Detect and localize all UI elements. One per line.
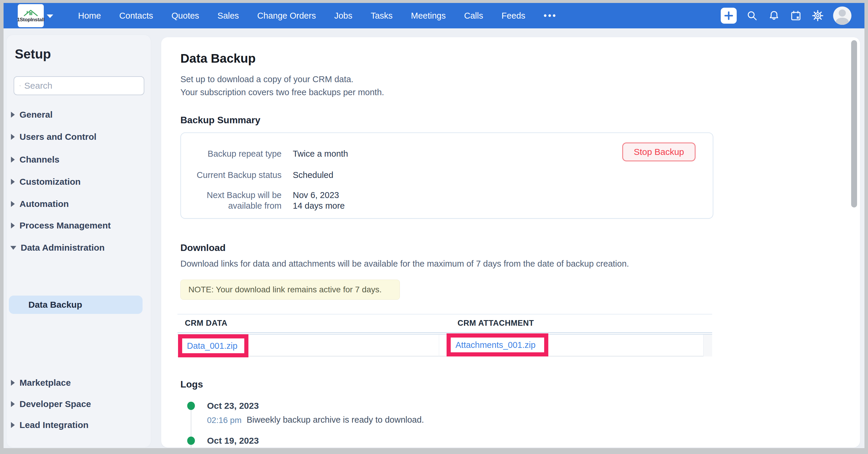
search-icon [746, 9, 758, 22]
sidebar-title: Setup [15, 47, 51, 62]
table-cell-divider [439, 334, 439, 356]
nav-item-tasks[interactable]: Tasks [371, 11, 393, 21]
chevron-right-icon [11, 223, 15, 228]
plus-icon [724, 11, 734, 21]
brand-caret-down-icon[interactable] [47, 14, 53, 18]
table-top-rule [178, 314, 712, 315]
chevron-down-icon [10, 246, 16, 250]
table-header-crm-attachment: CRM ATTACHMENT [458, 319, 534, 328]
nav-item-home[interactable]: Home [78, 11, 101, 21]
search-icon [20, 81, 21, 90]
crm-attachment-zip-link[interactable]: Attachments_001.zip [456, 340, 535, 350]
nav-overflow-button[interactable]: ••• [544, 11, 557, 21]
avatar-body-shape [836, 18, 849, 25]
table-header-crm-data: CRM DATA [185, 319, 227, 328]
chevron-right-icon [11, 401, 15, 407]
table-header-separator [178, 332, 712, 334]
notifications-button[interactable] [768, 9, 780, 22]
summary-value-repeat-type: Twice a month [293, 149, 348, 159]
crm-data-zip-link[interactable]: Data_001.zip [187, 341, 238, 351]
search-button[interactable] [746, 9, 758, 22]
download-note: NOTE: Your download link remains active … [180, 280, 400, 300]
topbar-actions [721, 3, 851, 28]
summary-label-next-backup: Next Backup will be available from [193, 190, 282, 211]
page-title: Data Backup [180, 52, 255, 66]
chevron-right-icon [11, 179, 15, 185]
log-entry-date: Oct 23, 2023 [207, 401, 259, 411]
page-subtitle-1: Set up to download a copy of your CRM da… [180, 74, 353, 84]
sidebar-item-developer-space[interactable]: Developer Space [6, 397, 148, 411]
avatar-head-shape [839, 9, 846, 17]
create-button[interactable] [721, 8, 737, 24]
summary-label-current-status: Current Backup status [189, 170, 282, 180]
nav-item-sales[interactable]: Sales [217, 11, 239, 21]
download-heading: Download [180, 242, 226, 253]
sidebar-item-users-and-control[interactable]: Users and Control [6, 130, 148, 143]
gear-icon [811, 9, 824, 22]
sidebar-item-data-backup-selected[interactable]: Data Backup [9, 296, 143, 314]
primary-nav: Home Contacts Quotes Sales Change Orders… [78, 3, 557, 28]
timeline-dot [187, 402, 195, 410]
search-input[interactable] [24, 81, 138, 91]
bell-icon [768, 9, 780, 22]
top-navigation-bar: 1StopInstall Home Contacts Quotes Sales … [4, 3, 864, 28]
brand-logo[interactable]: 1StopInstall [18, 4, 44, 27]
nav-item-contacts[interactable]: Contacts [119, 11, 153, 21]
sidebar-search [13, 76, 144, 95]
main-content-card [161, 37, 860, 448]
chevron-right-icon [11, 201, 15, 207]
log-entry-date: Oct 19, 2023 [207, 436, 259, 446]
nav-item-jobs[interactable]: Jobs [334, 11, 352, 21]
chevron-right-icon [11, 422, 15, 428]
brand-name: 1StopInstall [17, 17, 45, 23]
app-window: 1StopInstall Home Contacts Quotes Sales … [4, 3, 864, 448]
settings-button[interactable] [811, 9, 824, 22]
chevron-right-icon [11, 157, 15, 163]
sidebar-item-lead-integration[interactable]: Lead Integration [6, 419, 148, 431]
timeline-dot [187, 436, 195, 445]
calendar-button[interactable] [789, 9, 802, 22]
sidebar-item-data-administration[interactable]: Data Administration [6, 241, 148, 254]
sidebar-item-marketplace[interactable]: Marketplace [6, 376, 148, 389]
sidebar-item-automation[interactable]: Automation [6, 197, 148, 210]
scrollbar-thumb[interactable] [851, 40, 857, 207]
chevron-right-icon [11, 112, 15, 118]
chevron-right-icon [11, 134, 15, 140]
nav-item-meetings[interactable]: Meetings [411, 11, 446, 21]
summary-value-next-backup-days: 14 days more [293, 200, 345, 211]
sidebar-item-general[interactable]: General [6, 108, 148, 121]
nav-item-change-orders[interactable]: Change Orders [257, 11, 316, 21]
stop-backup-button[interactable]: Stop Backup [622, 142, 695, 161]
highlight-box-crm-data: Data_001.zip [178, 334, 248, 357]
nav-item-quotes[interactable]: Quotes [172, 11, 199, 21]
house-roof-icon [23, 8, 39, 16]
summary-value-next-backup-date: Nov 6, 2023 [293, 190, 339, 200]
download-description: Download links for data and attachments … [180, 259, 629, 269]
summary-value-current-status: Scheduled [293, 170, 333, 180]
nav-item-feeds[interactable]: Feeds [502, 11, 526, 21]
backup-summary-heading: Backup Summary [180, 115, 260, 126]
log-entry-message: Biweekly backup archive is ready to down… [247, 415, 424, 425]
sidebar-item-process-management[interactable]: Process Management [6, 219, 148, 232]
user-avatar[interactable] [833, 6, 851, 25]
nav-item-calls[interactable]: Calls [464, 11, 483, 21]
calendar-icon [789, 9, 802, 22]
table-end-cell [703, 334, 712, 356]
log-entry-time: 02:16 pm [207, 416, 242, 425]
table-row [178, 334, 712, 356]
page-subtitle-2: Your subscription covers two free backup… [180, 88, 384, 97]
summary-label-repeat-type: Backup repeat type [189, 149, 282, 159]
sidebar-item-customization[interactable]: Customization [6, 175, 148, 188]
sidebar-item-channels[interactable]: Channels [6, 153, 148, 166]
logs-heading: Logs [180, 379, 203, 390]
chevron-right-icon [11, 380, 15, 386]
highlight-box-crm-attachment: Attachments_001.zip [446, 333, 548, 356]
